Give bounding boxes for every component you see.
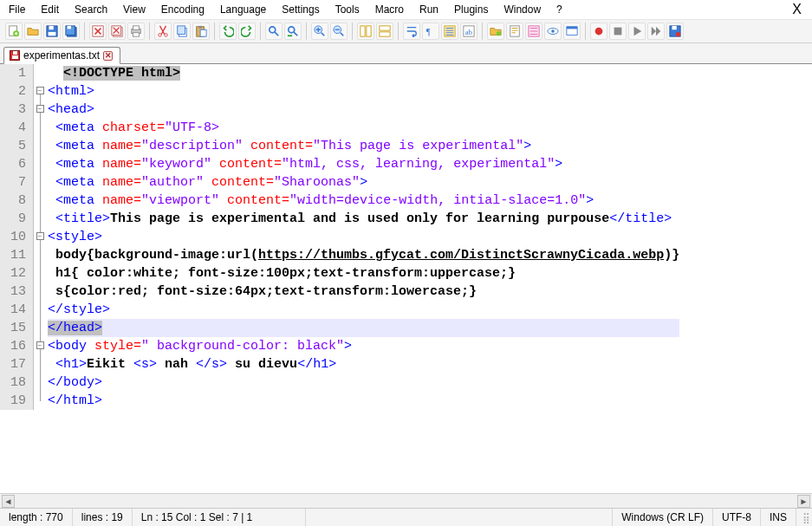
code-line[interactable]: <!DOCTYPE html>	[48, 64, 679, 82]
undo-button[interactable]	[219, 23, 237, 40]
code-token: "description"	[141, 139, 250, 153]
code-token	[48, 175, 55, 190]
svg-rect-3	[49, 26, 54, 29]
indent-guide-button[interactable]	[441, 23, 458, 40]
stop-icon	[612, 25, 624, 37]
cut-button[interactable]	[154, 23, 172, 40]
svg-point-21	[270, 27, 276, 33]
menu-q[interactable]: ?	[555, 2, 564, 17]
record-button[interactable]	[590, 23, 607, 40]
code-line[interactable]: </head>	[48, 319, 679, 337]
file-tab-label: experimentas.txt	[23, 49, 100, 62]
zoom-in-button[interactable]	[311, 23, 328, 40]
code-line[interactable]: <style>	[48, 228, 679, 246]
replace-button[interactable]	[284, 23, 302, 40]
play-multi-button[interactable]	[647, 23, 665, 40]
window-close-icon[interactable]: X	[789, 2, 805, 17]
file-tab[interactable]: experimentas.txt ✕	[3, 47, 120, 64]
save-file-button[interactable]	[43, 23, 61, 40]
code-line[interactable]: h1{ color:white; font-size:100px;text-tr…	[48, 264, 679, 282]
code-line[interactable]: </body>	[48, 373, 679, 392]
code-line[interactable]: <body style=" background-color: black">	[48, 337, 679, 355]
line-number: 3	[10, 101, 26, 119]
code-line[interactable]: s{color:red; font-size:64px;text-transfo…	[48, 282, 679, 301]
zoom-out-button[interactable]	[330, 23, 348, 40]
code-line[interactable]: <head>	[48, 101, 679, 119]
fold-toggle-icon[interactable]: −	[36, 341, 44, 349]
horizontal-scrollbar[interactable]: ◄ ►	[0, 493, 812, 508]
code-line[interactable]: <meta name="viewport" content="width=dev…	[48, 192, 679, 210]
svg-rect-28	[380, 32, 390, 36]
menu-macro[interactable]: Macro	[374, 2, 406, 17]
new-file-button[interactable]	[5, 23, 23, 40]
menu-edit[interactable]: Edit	[39, 2, 61, 17]
fold-toggle-icon[interactable]: −	[36, 87, 44, 94]
menu-run[interactable]: Run	[418, 2, 440, 17]
code-line[interactable]: </style>	[48, 301, 679, 319]
close-tab-button[interactable]	[89, 23, 107, 40]
fold-toggle-icon[interactable]: −	[36, 105, 44, 113]
code-lines[interactable]: <!DOCTYPE html><html><head> <meta charse…	[46, 64, 679, 410]
fold-row: −	[34, 228, 46, 246]
code-token: >	[523, 139, 531, 153]
scrollbar-track[interactable]	[15, 495, 797, 508]
scroll-right-icon[interactable]: ►	[797, 495, 810, 508]
menu-file[interactable]: File	[7, 2, 27, 17]
lock-button[interactable]	[544, 23, 562, 40]
code-line[interactable]: <html>	[48, 82, 679, 101]
preview-button[interactable]	[563, 23, 581, 40]
play-button[interactable]	[628, 23, 646, 40]
code-line[interactable]: <meta name="description" content="This p…	[48, 137, 679, 155]
menu-settings[interactable]: Settings	[280, 2, 321, 17]
toolbar-separator	[214, 23, 215, 40]
menubar: FileEditSearchViewEncodingLanguageSettin…	[0, 0, 812, 20]
editor-scroll[interactable]: 12345678910111213141516171819 −−−− <!DOC…	[0, 64, 812, 493]
stop-button[interactable]	[609, 23, 627, 40]
menu-language[interactable]: Language	[218, 2, 268, 17]
menu-window[interactable]: Window	[502, 2, 542, 17]
sync-h-button[interactable]	[376, 23, 393, 40]
fold-row	[34, 155, 46, 173]
print-button[interactable]	[127, 23, 145, 40]
code-line[interactable]: <meta name="author" content="Sharoonas">	[48, 173, 679, 192]
resize-grip-icon[interactable]: ⣿	[796, 509, 812, 526]
code-line[interactable]: </html>	[48, 392, 679, 410]
code-token: <!DOCTYPE html>	[63, 66, 180, 81]
status-encoding[interactable]: UTF-8	[713, 509, 761, 526]
code-line[interactable]: <h1>Eikit <s> nah </s> su dievu</h1>	[48, 355, 679, 373]
menu-view[interactable]: View	[121, 2, 147, 17]
wrap-button[interactable]	[403, 23, 420, 40]
code-line[interactable]: <title>This page is experimental and is …	[48, 210, 679, 228]
status-lines: lines : 19	[73, 509, 133, 526]
scroll-left-icon[interactable]: ◄	[2, 495, 15, 508]
svg-point-44	[676, 32, 680, 36]
sync-v-button[interactable]	[357, 23, 374, 40]
toolbar-separator	[398, 23, 399, 40]
lang-button[interactable]: ab	[460, 23, 477, 40]
menu-search[interactable]: Search	[73, 2, 109, 17]
menu-encoding[interactable]: Encoding	[159, 2, 206, 17]
code-line[interactable]: <meta name="keyword" content="html, css,…	[48, 155, 679, 173]
func-list-button[interactable]	[525, 23, 542, 40]
status-mode[interactable]: INS	[761, 509, 796, 526]
close-all-button[interactable]	[108, 23, 126, 40]
line-number: 11	[10, 246, 26, 264]
paste-button[interactable]	[192, 23, 210, 40]
status-eol[interactable]: Windows (CR LF)	[613, 509, 713, 526]
save-all-button[interactable]	[62, 23, 80, 40]
open-file-button[interactable]	[24, 23, 42, 40]
save-macro-button[interactable]	[666, 23, 684, 40]
code-line[interactable]: <meta charset="UTF-8>	[48, 119, 679, 137]
fold-toggle-icon[interactable]: −	[36, 232, 44, 240]
svg-rect-43	[672, 26, 677, 29]
menu-tools[interactable]: Tools	[334, 2, 361, 17]
redo-button[interactable]	[238, 23, 256, 40]
show-all-button[interactable]: ¶	[422, 23, 439, 40]
doc-map-button[interactable]	[506, 23, 523, 40]
find-button[interactable]	[265, 23, 283, 40]
close-tab-icon[interactable]: ✕	[103, 51, 113, 61]
code-line[interactable]: body{background-image:url(https://thumbs…	[48, 246, 679, 264]
menu-plugins[interactable]: Plugins	[452, 2, 490, 17]
folder-button[interactable]	[487, 23, 504, 40]
copy-button[interactable]	[173, 23, 191, 40]
